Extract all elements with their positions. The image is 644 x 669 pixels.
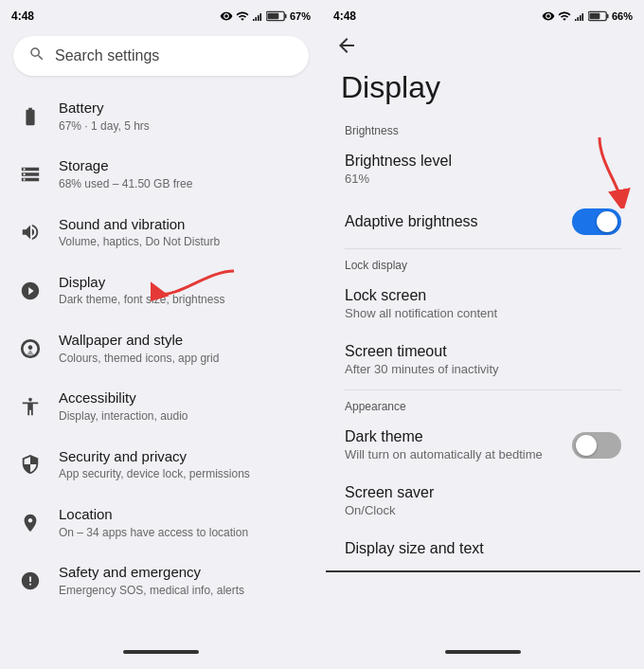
screen-timeout-sub: After 30 minutes of inactivity (345, 362, 621, 376)
settings-item-location[interactable]: Location On – 34 apps have access to loc… (4, 494, 318, 551)
signal-icon-right (574, 9, 585, 23)
location-title: Location (59, 505, 305, 524)
svg-rect-5 (285, 14, 287, 19)
back-button[interactable] (322, 27, 644, 66)
bottom-nav-left (0, 637, 322, 669)
screen-saver-sub: On/Clock (345, 503, 621, 517)
battery-pct-right: 66% (612, 10, 633, 22)
location-icon (17, 513, 44, 533)
page-title: Display (322, 66, 644, 117)
screen-saver-item[interactable]: Screen saver On/Clock (326, 473, 640, 529)
toggle-thumb-adaptive (597, 211, 617, 232)
accessibility-icon (17, 396, 44, 417)
sound-icon (17, 222, 44, 243)
bottom-nav-right (322, 637, 644, 669)
svg-rect-9 (577, 17, 579, 21)
screen-saver-title: Screen saver (345, 484, 621, 501)
battery-title: Battery (59, 99, 305, 118)
dark-theme-text: Dark theme Will turn on automatically at… (345, 428, 543, 461)
time-right: 4:48 (333, 9, 356, 23)
battery-icon (17, 106, 44, 127)
svg-rect-14 (589, 13, 599, 19)
battery-text: Battery 67% · 1 day, 5 hrs (59, 99, 305, 134)
display-subtitle: Dark theme, font size, brightness (59, 292, 305, 308)
right-panel: 4:48 66% Display Brightness Brightness l… (322, 0, 644, 669)
wallpaper-title: Wallpaper and style (59, 331, 305, 350)
accessibility-text: Accessibility Display, interaction, audi… (59, 389, 305, 424)
adaptive-brightness-text: Adaptive brightness (345, 213, 478, 230)
lock-screen-sub: Show all notification content (345, 306, 621, 320)
home-indicator-left (123, 650, 199, 654)
search-icon (28, 45, 45, 66)
accessibility-subtitle: Display, interaction, audio (59, 408, 305, 425)
security-subtitle: App security, device lock, permissions (59, 466, 305, 482)
screen-timeout-item[interactable]: Screen timeout After 30 minutes of inact… (326, 332, 640, 388)
signal-icon (252, 9, 263, 23)
storage-subtitle: 68% used – 41.50 GB free (59, 176, 305, 192)
safety-text: Safety and emergency Emergency SOS, medi… (59, 563, 305, 598)
status-bar-right: 4:48 66% (322, 0, 644, 27)
settings-item-display[interactable]: Display Dark theme, font size, brightnes… (4, 262, 318, 319)
storage-title: Storage (59, 156, 305, 175)
svg-rect-3 (259, 13, 261, 21)
lock-display-section-label: Lock display (326, 251, 640, 276)
wifi-icon (236, 9, 249, 23)
settings-item-battery[interactable]: Battery 67% · 1 day, 5 hrs (4, 87, 318, 145)
wallpaper-text: Wallpaper and style Colours, themed icon… (59, 331, 305, 366)
svg-rect-8 (575, 19, 577, 21)
location-text: Location On – 34 apps have access to loc… (59, 505, 305, 540)
display-settings-list: Brightness Brightness level 61% Adaptive… (322, 117, 644, 637)
display-icon (17, 280, 44, 301)
brightness-level-item[interactable]: Brightness level 61% (326, 141, 640, 197)
settings-item-safety[interactable]: Safety and emergency Emergency SOS, medi… (4, 551, 318, 609)
wallpaper-subtitle: Colours, themed icons, app grid (59, 351, 305, 367)
eye-icon-right (542, 9, 555, 23)
wifi-icon-right (558, 9, 571, 23)
adaptive-brightness-title: Adaptive brightness (345, 213, 478, 230)
display-size-title: Display size and text (345, 540, 621, 557)
time-left: 4:48 (11, 9, 34, 23)
storage-icon (17, 164, 44, 185)
settings-item-accessibility[interactable]: Accessibility Display, interaction, audi… (4, 377, 318, 435)
brightness-section-label: Brightness (326, 117, 640, 141)
divider-2 (345, 389, 621, 390)
dark-theme-sub: Will turn on automatically at bedtime (345, 447, 543, 461)
battery-pct-left: 67% (290, 10, 311, 22)
settings-item-sound[interactable]: Sound and vibration Volume, haptics, Do … (4, 204, 318, 262)
svg-rect-2 (258, 15, 259, 21)
search-placeholder: Search settings (55, 47, 294, 64)
dark-theme-item[interactable]: Dark theme Will turn on automatically at… (326, 417, 640, 473)
safety-title: Safety and emergency (59, 563, 305, 582)
dark-theme-toggle[interactable] (572, 432, 621, 459)
adaptive-brightness-item[interactable]: Adaptive brightness (326, 197, 640, 246)
battery-icon-right (588, 10, 609, 22)
dark-theme-title: Dark theme (345, 428, 543, 445)
security-text: Security and privacy App security, devic… (59, 447, 305, 482)
storage-text: Storage 68% used – 41.50 GB free (59, 156, 305, 191)
left-panel: 4:48 67% Search settings (0, 0, 322, 669)
sound-title: Sound and vibration (59, 215, 305, 234)
settings-list: Battery 67% · 1 day, 5 hrs Storage 68% u… (0, 87, 322, 637)
sound-subtitle: Volume, haptics, Do Not Disturb (59, 234, 305, 250)
adaptive-brightness-toggle[interactable] (572, 208, 621, 235)
brightness-level-sub: 61% (345, 172, 621, 186)
settings-item-storage[interactable]: Storage 68% used – 41.50 GB free (4, 145, 318, 203)
search-bar[interactable]: Search settings (13, 36, 309, 76)
divider-1 (345, 248, 621, 249)
svg-rect-11 (581, 13, 583, 21)
appearance-section-label: Appearance (326, 392, 640, 417)
toggle-thumb-dark (576, 435, 597, 456)
battery-subtitle: 67% · 1 day, 5 hrs (59, 118, 305, 135)
display-size-item[interactable]: Display size and text (326, 529, 640, 572)
brightness-level-title: Brightness level (345, 153, 621, 170)
lock-screen-title: Lock screen (345, 287, 621, 304)
location-subtitle: On – 34 apps have access to location (59, 525, 305, 541)
security-icon (17, 454, 44, 475)
status-icons-left: 67% (220, 9, 311, 23)
lock-screen-item[interactable]: Lock screen Show all notification conten… (326, 276, 640, 332)
svg-rect-0 (253, 19, 255, 21)
search-container: Search settings (0, 27, 322, 87)
eye-icon (220, 9, 233, 23)
settings-item-wallpaper[interactable]: Wallpaper and style Colours, themed icon… (4, 319, 318, 377)
settings-item-security[interactable]: Security and privacy App security, devic… (4, 436, 318, 494)
